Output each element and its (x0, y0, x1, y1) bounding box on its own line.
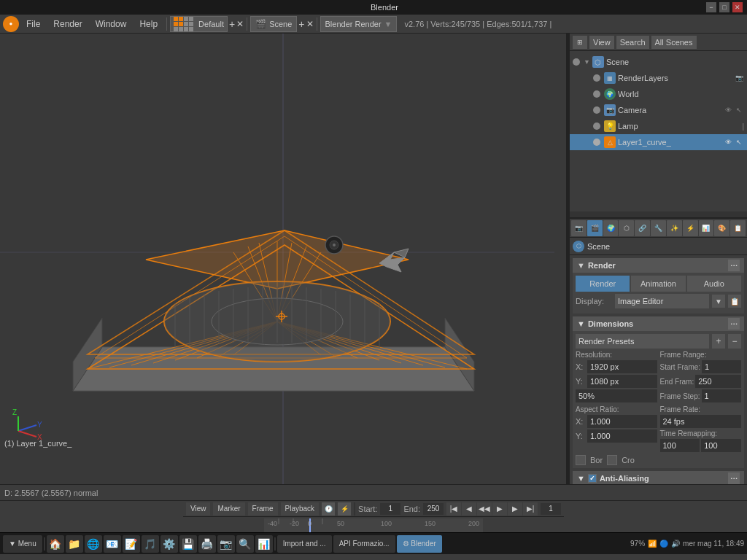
animation-button[interactable]: Animation (631, 276, 685, 292)
maximize-button[interactable]: □ (719, 2, 729, 12)
l1c-cursor-icon[interactable]: ↖ (734, 137, 744, 147)
taskbar-icon-1[interactable]: 🏠 (47, 535, 64, 553)
blender-icon[interactable]: ● (3, 16, 19, 32)
outliner-item-world[interactable]: 🌍 World (570, 86, 747, 102)
dimensions-section-header[interactable]: ▼ Dimensions ⋯ (573, 316, 744, 331)
outliner-item-camera[interactable]: 📷 Camera 👁 ↖ (570, 102, 747, 118)
res-y-field[interactable]: 1080 px (587, 375, 657, 388)
minimize-button[interactable]: − (706, 2, 716, 12)
l1c-eye-icon[interactable]: 👁 (723, 137, 733, 147)
cam-cursor-icon[interactable]: ↖ (734, 105, 744, 115)
render-section-action-btn[interactable]: ⋯ (728, 260, 740, 271)
prop-tab-constraints[interactable]: 🔗 (635, 220, 650, 236)
prev-frame-btn[interactable]: ◀ (462, 502, 476, 516)
rl-vis-dot[interactable] (593, 74, 600, 82)
render-button[interactable]: Render (576, 276, 630, 292)
cro-checkbox[interactable] (607, 455, 617, 465)
current-frame-display[interactable]: 1 (541, 503, 561, 515)
outliner-item-scene[interactable]: ▼ ⬡ Scene (570, 54, 747, 70)
taskbar-icon-11[interactable]: 🔍 (236, 535, 254, 553)
scene-visibility-dot[interactable] (573, 58, 580, 66)
display-action-btn[interactable]: 📋 (728, 295, 741, 308)
aspect-y-field[interactable]: 1.000 (587, 429, 657, 443)
3d-viewport[interactable]: User Persp (0, 34, 568, 484)
play-btn[interactable]: ▶ (492, 502, 507, 516)
view-btn[interactable]: View (186, 502, 211, 516)
prop-tab-material[interactable]: 🎨 (714, 220, 729, 236)
time-old-field[interactable]: 100 (660, 439, 700, 452)
prop-tab-particles[interactable]: ✨ (667, 220, 682, 236)
outliner-scrollbar-h[interactable] (570, 211, 747, 217)
taskbar-icon-12[interactable]: 📊 (255, 535, 273, 553)
workspace-add-icon[interactable]: + (229, 18, 235, 30)
bor-checkbox[interactable] (576, 455, 586, 465)
aa-section-action[interactable]: ⋯ (728, 472, 740, 484)
taskbar-blender-app[interactable]: ⚙ Blender (397, 535, 442, 553)
taskbar-icon-2[interactable]: 📁 (66, 535, 83, 553)
res-pct-field[interactable]: 50% (576, 389, 657, 402)
end-frame-field[interactable]: 250 (695, 375, 741, 388)
render-engine-selector[interactable]: Blender Render ▼ (320, 16, 398, 32)
render-presets-field[interactable]: Render Presets (576, 334, 709, 349)
prop-tab-render[interactable]: 📷 (571, 220, 587, 236)
all-scenes-btn[interactable]: All Scenes (651, 36, 697, 49)
start-frame-field[interactable]: 1 (702, 360, 741, 373)
aa-section-header[interactable]: ▼ Anti-Aliasing ⋯ (573, 471, 744, 484)
scene-remove-icon[interactable]: ✕ (306, 19, 314, 29)
frame-step-field[interactable]: 1 (702, 389, 741, 402)
prop-tab-texture[interactable]: 📋 (730, 220, 746, 236)
workspace-remove-icon[interactable]: ✕ (236, 19, 244, 29)
outliner-view-btn[interactable]: View (589, 36, 614, 49)
taskbar-icon-10[interactable]: 📷 (217, 535, 235, 553)
play-rev-btn[interactable]: ◀◀ (477, 502, 492, 516)
world-vis-dot[interactable] (593, 90, 600, 98)
display-value-field[interactable]: Image Editor (615, 294, 709, 308)
prop-tab-world[interactable]: 🌍 (603, 220, 619, 236)
audio-button[interactable]: Audio (687, 276, 741, 292)
time-new-field[interactable]: 100 (701, 439, 741, 452)
close-button[interactable]: ✕ (732, 2, 743, 12)
outliner-item-lamp[interactable]: 💡 Lamp | (570, 118, 747, 134)
taskbar-icon-8[interactable]: 💾 (179, 535, 197, 553)
clock-icon[interactable]: 🕐 (322, 502, 335, 516)
menu-file[interactable]: File (20, 16, 46, 32)
l1c-vis-dot[interactable] (593, 139, 600, 146)
jump-end-btn[interactable]: ▶| (523, 502, 538, 516)
prop-tab-object[interactable]: ⬡ (619, 220, 634, 236)
taskbar-icon-3[interactable]: 🌐 (85, 535, 102, 553)
taskbar-icon-9[interactable]: 🖨️ (198, 535, 216, 553)
menu-window[interactable]: Window (90, 16, 133, 32)
taskbar-icon-6[interactable]: 🎵 (142, 535, 159, 553)
prop-tab-physics[interactable]: ⚡ (683, 220, 698, 236)
aa-enable-checkbox[interactable] (588, 474, 597, 483)
prop-tab-data[interactable]: 📊 (699, 220, 714, 236)
taskbar-icon-4[interactable]: 📧 (104, 535, 121, 553)
snap-icon[interactable]: ⚡ (338, 502, 351, 516)
dim-section-action[interactable]: ⋯ (728, 318, 740, 330)
end-frame-display[interactable]: 250 (423, 503, 444, 515)
taskbar-import-app[interactable]: Import and ... (277, 535, 332, 553)
outliner-item-renderlayers[interactable]: ▦ RenderLayers 📷 (570, 70, 747, 86)
menu-render[interactable]: Render (47, 16, 88, 32)
res-x-field[interactable]: 1920 px (587, 360, 657, 373)
taskbar-icon-5[interactable]: 📝 (123, 535, 140, 553)
scene-add-icon[interactable]: + (298, 18, 304, 30)
timeline-ruler[interactable]: 0 50 100 150 200 250 300 350 400 -40 -20 (264, 518, 483, 532)
outliner-icon-btn[interactable]: ⊞ (573, 36, 587, 49)
aspect-x-field[interactable]: 1.000 (587, 415, 657, 428)
fps-field[interactable]: 24 fps (660, 415, 742, 428)
presets-add-btn[interactable]: + (712, 334, 725, 349)
jump-start-btn[interactable]: |◀ (446, 502, 461, 516)
next-frame-btn[interactable]: ▶ (508, 502, 522, 516)
outliner-search-btn[interactable]: Search (616, 36, 649, 49)
render-section-header[interactable]: ▼ Render ⋯ (573, 258, 744, 273)
display-expand-btn[interactable]: ▼ (712, 295, 725, 308)
start-frame-display[interactable]: 1 (380, 503, 400, 515)
cam-vis-dot[interactable] (593, 106, 600, 114)
prop-tab-modifiers[interactable]: 🔧 (651, 220, 666, 236)
taskbar-menu-btn[interactable]: ▼ Menu (3, 535, 42, 553)
cam-eye-icon[interactable]: 👁 (723, 105, 733, 115)
menu-help[interactable]: Help (133, 16, 163, 32)
marker-btn[interactable]: Marker (213, 502, 244, 516)
lamp-vis-dot[interactable] (593, 122, 600, 130)
